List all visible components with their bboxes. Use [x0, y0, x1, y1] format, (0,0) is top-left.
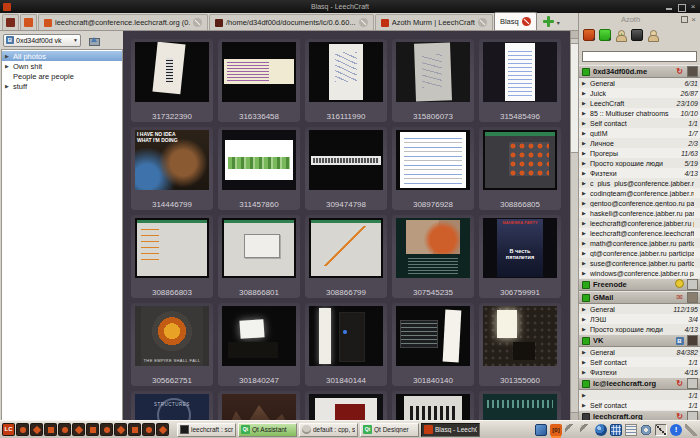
expander-icon[interactable]	[582, 160, 588, 166]
account-status-icon[interactable]	[582, 380, 590, 388]
expander-icon[interactable]	[582, 110, 588, 116]
tasks-icon[interactable]	[625, 424, 637, 436]
photo-item[interactable]: 315485496	[479, 39, 561, 122]
launcher-icon[interactable]	[100, 423, 113, 436]
launcher-icon[interactable]	[44, 423, 57, 436]
roster-row[interactable]: ЛЭШ 3/4	[579, 314, 700, 324]
roster-row[interactable]: Физтехи 4/15	[579, 367, 700, 377]
account-status-icon[interactable]	[582, 337, 590, 345]
expander-icon[interactable]	[5, 71, 11, 81]
tab-close-icon[interactable]	[478, 18, 487, 27]
photo-item[interactable]: В честь пятилетия МАНЕЖКА PARTY 30675999…	[479, 215, 561, 298]
photo-item[interactable]: 308866803	[131, 215, 213, 298]
expander-icon[interactable]	[582, 140, 588, 146]
launcher-icon[interactable]	[72, 423, 85, 436]
scroll-down-icon[interactable]	[571, 412, 578, 420]
roster-row[interactable]: leechcraft.org	[579, 410, 700, 420]
expander-icon[interactable]	[582, 150, 588, 156]
dock-close-icon[interactable]: ×	[690, 16, 697, 23]
expander-icon[interactable]	[582, 230, 588, 236]
pinned-tab[interactable]	[20, 14, 37, 30]
photo-item[interactable]: THE EMPIRE SHALL FALL 305662751	[131, 303, 213, 386]
photo-item[interactable]: STRUCTURES	[131, 391, 213, 420]
status-menu-red-icon[interactable]: ▾	[583, 29, 595, 41]
launcher-icon[interactable]	[128, 423, 141, 436]
roster-row[interactable]: LeechCraft 23/109	[579, 98, 700, 108]
expander-icon[interactable]	[582, 120, 588, 126]
expander-icon[interactable]	[5, 51, 11, 61]
expander-icon[interactable]	[5, 81, 11, 91]
roster-row[interactable]: lc@leechcraft.org	[579, 377, 700, 390]
launcher-icon[interactable]	[114, 423, 127, 436]
show-offline-contacts-icon[interactable]	[647, 29, 659, 41]
expander-icon[interactable]	[582, 190, 588, 196]
roster-row[interactable]: qutIM 1/7	[579, 128, 700, 138]
screwdriver-icon[interactable]	[685, 424, 697, 436]
expander-icon[interactable]	[582, 240, 588, 246]
status-menu-green-icon[interactable]: ▾	[599, 29, 611, 41]
launcher-icon[interactable]	[30, 423, 43, 436]
launcher-icon[interactable]	[58, 423, 71, 436]
photo-item[interactable]: 311457860	[218, 127, 300, 210]
photo-item[interactable]: I HAVE NO IDEA WHAT I'M DOING 314446799	[131, 127, 213, 210]
tab-close-icon[interactable]	[193, 18, 202, 27]
expander-icon[interactable]	[582, 369, 588, 375]
roster-row[interactable]: Просто хорошие люди 4/13	[579, 324, 700, 334]
account-action-icon[interactable]	[675, 336, 684, 345]
roster-row[interactable]: 85 :: Multiuser chatrooms 10/10	[579, 108, 700, 118]
roster-row[interactable]: Juick 26/87	[579, 88, 700, 98]
taskbar-window-button[interactable]: Blasq - LeechCraft	[421, 423, 480, 437]
maximize-icon[interactable]	[677, 3, 685, 11]
new-tab-button[interactable]	[542, 15, 555, 28]
roster-row[interactable]: gentoo@conference.gentoo.ru parti...	[579, 198, 700, 208]
expander-icon[interactable]	[582, 250, 588, 256]
photo-item[interactable]: 307545235	[392, 215, 474, 298]
photo-item[interactable]	[392, 391, 474, 420]
roster-row[interactable]: leechcraft@conference.leechcraft.or...	[579, 228, 700, 238]
expander-icon[interactable]	[582, 170, 588, 176]
roster-row[interactable]: Прогеры 11/63	[579, 148, 700, 158]
roster-row[interactable]: suse@conference.jabber.ru participa...	[579, 258, 700, 268]
expander-icon[interactable]	[582, 220, 588, 226]
roster-row[interactable]: codingteam@conference.jabber.ru p...	[579, 188, 700, 198]
roster-row[interactable]: Self contact 1/1	[579, 118, 700, 128]
add-contact-icon[interactable]	[615, 29, 627, 41]
roster-row[interactable]: GMail	[579, 291, 700, 304]
roster-row[interactable]: qt@conference.jabber.ru participants	[579, 248, 700, 258]
photo-item[interactable]: 309474798	[305, 127, 387, 210]
keyboard-icon[interactable]	[610, 424, 622, 436]
expander-icon[interactable]	[582, 270, 588, 276]
scrollbar-handle[interactable]	[571, 43, 578, 153]
account-action-icon[interactable]	[675, 293, 684, 302]
close-icon[interactable]: ×	[689, 3, 697, 11]
wrench-icon[interactable]	[580, 424, 592, 436]
roster-row[interactable]: VK	[579, 334, 700, 347]
launcher-icon[interactable]: LC	[2, 423, 15, 436]
account-action-icon[interactable]	[675, 379, 684, 388]
roster-row[interactable]: haskell@conference.jabber.ru partici...	[579, 208, 700, 218]
photo-item[interactable]: 301840247	[218, 303, 300, 386]
photo-item[interactable]: 308866801	[218, 215, 300, 298]
photo-item[interactable]: 301840140	[392, 303, 474, 386]
upload-photo-button[interactable]	[87, 34, 100, 47]
roster-row[interactable]: General 6/31	[579, 78, 700, 88]
roster-row[interactable]: General 112/195	[579, 304, 700, 314]
expander-icon[interactable]	[582, 80, 588, 86]
pager-icon[interactable]: [0]	[550, 424, 562, 436]
account-status-icon[interactable]	[582, 413, 590, 421]
roster-row[interactable]: Self contact 1/1	[579, 357, 700, 367]
launcher-icon[interactable]	[156, 423, 169, 436]
window-titlebar[interactable]: Blasq - LeechCraft ×	[0, 0, 700, 13]
launcher-icon[interactable]	[86, 423, 99, 436]
expander-icon[interactable]	[582, 180, 588, 186]
roster-row[interactable]: Физтехи 4/13	[579, 168, 700, 178]
expander-icon[interactable]	[582, 200, 588, 206]
expander-icon[interactable]	[582, 306, 588, 312]
gear-icon[interactable]	[640, 424, 652, 436]
photo-item[interactable]: 315806073	[392, 39, 474, 122]
expander-icon[interactable]	[582, 392, 588, 398]
wrench-icon[interactable]	[565, 424, 577, 436]
expander-icon[interactable]	[582, 130, 588, 136]
photo-item[interactable]: 301355060	[479, 303, 561, 386]
photo-item[interactable]: 308976928	[392, 127, 474, 210]
